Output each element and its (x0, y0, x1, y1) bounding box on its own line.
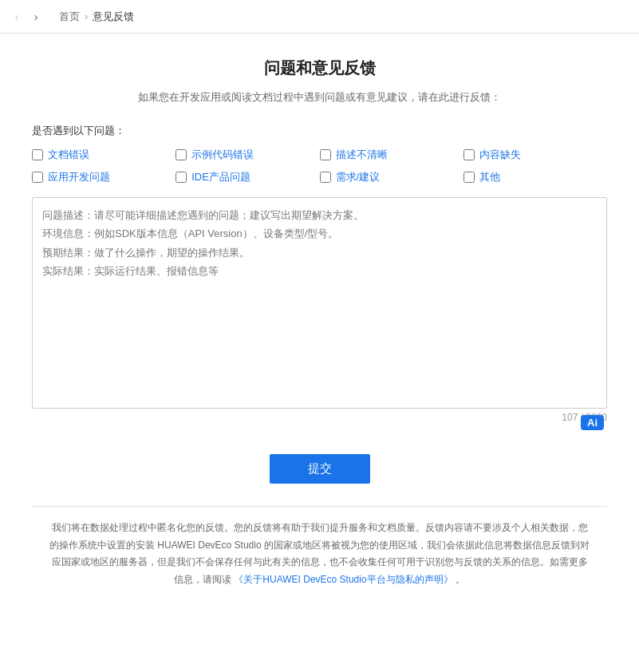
breadcrumb-home[interactable]: 首页 (59, 10, 80, 24)
checkbox-code-error-input[interactable] (176, 149, 187, 160)
nav-arrows: ‹ › (10, 10, 43, 24)
checkboxes-grid: 文档错误 示例代码错误 描述不清晰 内容缺失 应用开发问题 IDE产品问题 需求… (32, 148, 607, 184)
checkbox-doc-error-label: 文档错误 (48, 148, 89, 162)
checkbox-code-error-label: 示例代码错误 (191, 148, 254, 162)
checkbox-request[interactable]: 需求/建议 (320, 170, 463, 184)
checkbox-missing-input[interactable] (463, 149, 475, 160)
checkbox-ide[interactable]: IDE产品问题 (176, 170, 319, 184)
checkbox-missing-label: 内容缺失 (479, 148, 521, 162)
back-arrow[interactable]: ‹ (10, 10, 24, 24)
submit-button[interactable]: 提交 (270, 454, 370, 484)
section-label: 是否遇到以下问题： (32, 124, 607, 138)
checkbox-app-dev-input[interactable] (32, 172, 43, 183)
main-content: 问题和意见反馈 如果您在开发应用或阅读文档过程中遇到问题或有意见建议，请在此进行… (0, 34, 639, 604)
divider (32, 506, 607, 507)
textarea-wrapper (32, 197, 607, 409)
submit-area: 提交 (32, 454, 607, 484)
checkbox-unclear-input[interactable] (320, 149, 331, 160)
checkbox-unclear[interactable]: 描述不清晰 (320, 148, 463, 162)
checkbox-request-input[interactable] (320, 172, 331, 183)
page-title: 问题和意见反馈 (32, 57, 607, 79)
checkbox-other[interactable]: 其他 (463, 170, 607, 184)
checkbox-doc-error[interactable]: 文档错误 (32, 148, 176, 162)
checkbox-doc-error-input[interactable] (32, 149, 43, 160)
ai-badge[interactable]: Ai (581, 415, 604, 430)
checkbox-ide-label: IDE产品问题 (191, 170, 250, 184)
checkbox-missing[interactable]: 内容缺失 (463, 148, 607, 162)
checkbox-ide-input[interactable] (176, 172, 187, 183)
footer-period: 。 (456, 574, 465, 585)
forward-arrow[interactable]: › (29, 10, 43, 24)
page-subtitle: 如果您在开发应用或阅读文档过程中遇到问题或有意见建议，请在此进行反馈： (32, 90, 607, 105)
checkbox-app-dev[interactable]: 应用开发问题 (32, 170, 176, 184)
checkbox-unclear-label: 描述不清晰 (336, 148, 388, 162)
feedback-textarea[interactable] (42, 206, 597, 397)
top-nav-bar: ‹ › 首页 › 意见反馈 (0, 0, 639, 34)
breadcrumb-current: 意见反馈 (93, 10, 134, 24)
checkbox-code-error[interactable]: 示例代码错误 (176, 148, 319, 162)
breadcrumb-separator: › (85, 10, 88, 22)
checkbox-other-input[interactable] (463, 172, 475, 183)
checkbox-request-label: 需求/建议 (336, 170, 381, 184)
footer-privacy-link[interactable]: 《关于HUAWEI DevEco Studio平台与隐私的声明》 (234, 574, 452, 585)
checkbox-other-label: 其他 (479, 170, 500, 184)
checkbox-app-dev-label: 应用开发问题 (48, 170, 110, 184)
breadcrumb: 首页 › 意见反馈 (59, 10, 134, 24)
footer-text: 我们将在数据处理过程中匿名化您的反馈。您的反馈将有助于我们提升服务和文档质量。反… (32, 520, 607, 588)
